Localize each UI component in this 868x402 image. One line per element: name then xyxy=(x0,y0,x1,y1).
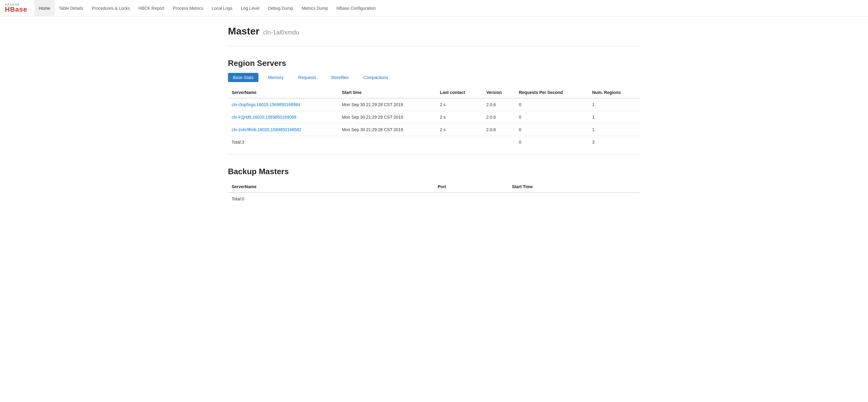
nav-link-hbck-report[interactable]: HBCK Report xyxy=(134,0,168,17)
nav-item-debug-dump[interactable]: Debug Dump xyxy=(264,0,298,17)
cell-server-name: cln-zohr9fmb,16020,1569850168582 xyxy=(228,123,338,136)
col-server-name: ServerName xyxy=(228,87,338,98)
total-row: Total:3 0 3 xyxy=(228,136,640,148)
backup-masters-table: ServerName Port Start Time Total:0 xyxy=(228,181,640,205)
page-subtitle: cln-1al0xmdu xyxy=(263,29,299,36)
server-link[interactable]: cln-i3up5vgv,16020,1569850168984 xyxy=(231,102,301,107)
page-title-block: Master cln-1al0xmdu xyxy=(228,26,640,37)
nav-link-debug-dump[interactable]: Debug Dump xyxy=(264,0,298,17)
bm-col-start-time: Start Time xyxy=(508,181,640,193)
nav-item-table-details[interactable]: Table Details xyxy=(55,0,88,17)
nav-item-hbase-config[interactable]: HBase Configuration xyxy=(332,0,380,17)
nav-link-process-metrics[interactable]: Process Metrics xyxy=(168,0,208,17)
region-servers-table: ServerName Start time Last contact Versi… xyxy=(228,87,640,148)
total-regions: 3 xyxy=(589,136,640,148)
nav-item-local-logs[interactable]: Local Logs xyxy=(208,0,237,17)
hbase-label: HBase xyxy=(5,6,27,13)
cell-start-time: Mon Sep 30 21:29:28 CST 2019 xyxy=(338,123,436,136)
nav-item-metrics-dump[interactable]: Metrics Dump xyxy=(298,0,332,17)
nav-item-hbck-report[interactable]: HBCK Report xyxy=(134,0,168,17)
cell-num-regions: 1 xyxy=(589,111,640,123)
navbar: APACHE HBase Home Table Details Procedur… xyxy=(0,0,868,17)
nav-link-home[interactable]: Home xyxy=(34,0,54,17)
tab-storefiles[interactable]: Storefiles xyxy=(326,73,353,82)
cell-start-time: Mon Sep 30 21:29:29 CST 2019 xyxy=(338,111,436,123)
backup-masters-title: Backup Masters xyxy=(228,167,640,176)
cell-num-regions: 1 xyxy=(589,98,640,111)
region-servers-tabs: Base Stats Memory Requests Storefiles Co… xyxy=(228,73,640,82)
nav-item-log-level[interactable]: Log Level xyxy=(237,0,264,17)
region-servers-header-row: ServerName Start time Last contact Versi… xyxy=(228,87,640,98)
col-requests-per-second: Requests Per Second xyxy=(516,87,589,98)
cell-start-time: Mon Sep 30 21:29:28 CST 2019 xyxy=(338,98,436,111)
nav-link-hbase-config[interactable]: HBase Configuration xyxy=(332,0,380,17)
cell-num-regions: 1 xyxy=(589,123,640,136)
hbase-logo: APACHE HBase xyxy=(5,3,27,13)
total-label: Total:3 xyxy=(228,136,338,148)
brand: APACHE HBase xyxy=(5,3,27,13)
cell-requests-per-second: 0 xyxy=(516,98,589,111)
nav-link-table-details[interactable]: Table Details xyxy=(55,0,88,17)
tab-memory[interactable]: Memory xyxy=(263,73,289,82)
cell-version: 2.0.6 xyxy=(483,111,516,123)
region-servers-section: Region Servers Base Stats Memory Request… xyxy=(228,59,640,148)
col-last-contact: Last contact xyxy=(436,87,483,98)
nav-item-process-metrics[interactable]: Process Metrics xyxy=(168,0,208,17)
cell-requests-per-second: 0 xyxy=(516,123,589,136)
tab-compactions[interactable]: Compactions xyxy=(359,73,393,82)
cell-requests-per-second: 0 xyxy=(516,111,589,123)
total-requests: 0 xyxy=(516,136,589,148)
backup-masters-total-row: Total:0 xyxy=(228,193,640,205)
cell-version: 2.0.6 xyxy=(483,98,516,111)
nav-links: Home Table Details Procedures & Locks HB… xyxy=(34,0,380,17)
cell-last-contact: 2 s xyxy=(436,123,483,136)
cell-last-contact: 2 s xyxy=(436,98,483,111)
backup-masters-section: Backup Masters ServerName Port Start Tim… xyxy=(228,167,640,205)
col-start-time: Start time xyxy=(338,87,436,98)
cell-server-name: cln-i3up5vgv,16020,1569850168984 xyxy=(228,98,338,111)
cell-server-name: cln-lr2jrid8,16020,1569850169089 xyxy=(228,111,338,123)
section-divider-1 xyxy=(228,154,640,155)
table-row: cln-zohr9fmb,16020,1569850168582 Mon Sep… xyxy=(228,123,640,136)
nav-item-procedures-locks[interactable]: Procedures & Locks xyxy=(88,0,134,17)
nav-link-local-logs[interactable]: Local Logs xyxy=(208,0,237,17)
table-row: cln-lr2jrid8,16020,1569850169089 Mon Sep… xyxy=(228,111,640,123)
backup-masters-header-row: ServerName Port Start Time xyxy=(228,181,640,193)
bm-col-server-name: ServerName xyxy=(228,181,434,193)
cell-last-contact: 2 s xyxy=(436,111,483,123)
col-version: Version xyxy=(483,87,516,98)
nav-link-log-level[interactable]: Log Level xyxy=(237,0,264,17)
main-content: Master cln-1al0xmdu Region Servers Base … xyxy=(221,17,647,214)
table-row: cln-i3up5vgv,16020,1569850168984 Mon Sep… xyxy=(228,98,640,111)
cell-version: 2.0.6 xyxy=(483,123,516,136)
nav-item-home[interactable]: Home xyxy=(34,0,54,17)
col-num-regions: Num. Regions xyxy=(589,87,640,98)
server-link[interactable]: cln-zohr9fmb,16020,1569850168582 xyxy=(231,127,302,132)
backup-masters-total-label: Total:0 xyxy=(228,193,434,205)
nav-link-procedures-locks[interactable]: Procedures & Locks xyxy=(88,0,134,17)
server-link[interactable]: cln-lr2jrid8,16020,1569850169089 xyxy=(231,115,297,120)
page-title: Master xyxy=(228,26,259,37)
bm-col-port: Port xyxy=(434,181,508,193)
tab-base-stats[interactable]: Base Stats xyxy=(228,73,258,82)
region-servers-title: Region Servers xyxy=(228,59,640,68)
tab-requests[interactable]: Requests xyxy=(293,73,321,82)
nav-link-metrics-dump[interactable]: Metrics Dump xyxy=(298,0,332,17)
